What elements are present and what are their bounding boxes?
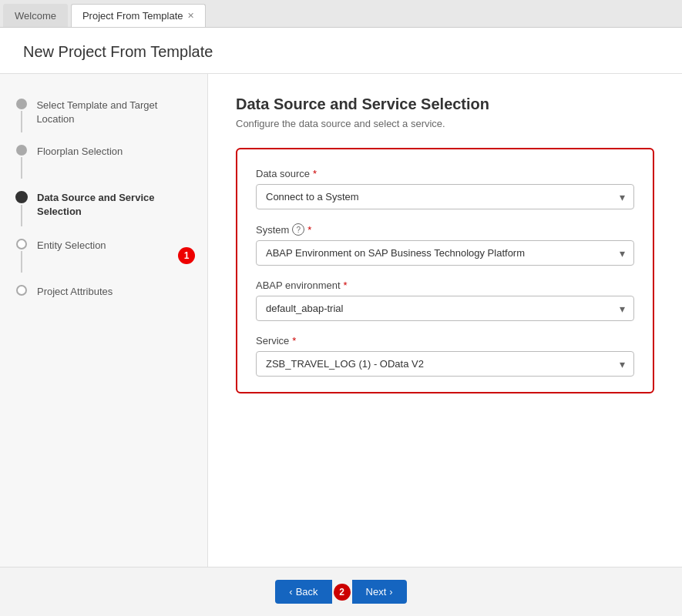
form-card: Data source * Connect to a System Upload… <box>236 148 654 393</box>
step-indicator-4 <box>15 239 28 273</box>
sidebar-item-entity[interactable]: Entity Selection 1 <box>0 233 207 279</box>
sidebar-item-floorplan[interactable]: Floorplan Selection <box>0 139 207 185</box>
system-group: System ? * ABAP Environment on SAP Busin… <box>256 223 634 266</box>
abap-env-label: ABAP environment * <box>256 280 634 291</box>
back-label: Back <box>296 586 318 598</box>
abap-env-group: ABAP environment * default_abap-trial de… <box>256 280 634 321</box>
step-indicator-3 <box>15 191 28 226</box>
tab-project-label: Project From Template <box>82 10 183 22</box>
step-indicator-5 <box>15 285 28 296</box>
page-title: New Project From Template <box>23 43 659 61</box>
system-help-icon[interactable]: ? <box>292 223 304 236</box>
data-source-select[interactable]: Connect to a System Upload a Service Key… <box>256 184 634 209</box>
step-circle-3 <box>15 191 28 203</box>
tab-welcome-label: Welcome <box>15 10 56 22</box>
step-circle-5 <box>16 285 27 296</box>
entity-badge: 1 <box>178 247 195 264</box>
content-area: Select Template and Target Location Floo… <box>0 74 682 567</box>
tab-welcome[interactable]: Welcome <box>3 4 68 27</box>
step-label-4: Entity Selection <box>37 239 106 253</box>
back-arrow-icon: ‹ <box>289 586 292 598</box>
right-panel: Data Source and Service Selection Config… <box>208 74 682 567</box>
footer: ‹ Back 2 Next › <box>0 567 682 616</box>
service-group: Service * ZSB_TRAVEL_LOG (1) - OData V2 … <box>256 335 634 377</box>
tab-project-from-template[interactable]: Project From Template ✕ <box>71 4 207 27</box>
system-select[interactable]: ABAP Environment on SAP Business Technol… <box>256 240 634 266</box>
required-star-1: * <box>313 168 317 179</box>
step-label-3: Data Source and Service Selection <box>37 191 192 219</box>
next-button[interactable]: Next › <box>352 580 407 604</box>
step-line-3 <box>21 205 22 226</box>
abap-env-select-wrapper: default_abap-trial dev_abap prod_abap <box>256 296 634 321</box>
data-source-label: Data source * <box>256 168 634 179</box>
page-title-bar: New Project From Template <box>0 28 682 74</box>
section-subtitle: Configure the data source and select a s… <box>236 118 654 129</box>
service-select-wrapper: ZSB_TRAVEL_LOG (1) - OData V2 ZSB_TRAVEL… <box>256 351 634 377</box>
step-circle-4 <box>16 239 27 249</box>
service-select[interactable]: ZSB_TRAVEL_LOG (1) - OData V2 ZSB_TRAVEL… <box>256 351 634 377</box>
footer-badge: 2 <box>334 584 351 601</box>
step-line-1 <box>21 111 22 132</box>
step-circle-1 <box>16 99 27 109</box>
required-star-2: * <box>307 224 311 236</box>
system-select-wrapper: ABAP Environment on SAP Business Technol… <box>256 240 634 266</box>
step-label-5: Project Attributes <box>37 285 113 299</box>
data-source-select-wrapper: Connect to a System Upload a Service Key… <box>256 184 634 209</box>
step-label-1: Select Template and Target Location <box>36 99 192 126</box>
main-wrapper: New Project From Template Select Templat… <box>0 28 682 616</box>
sidebar: Select Template and Target Location Floo… <box>0 74 208 567</box>
section-title: Data Source and Service Selection <box>236 95 654 113</box>
tab-bar: Welcome Project From Template ✕ <box>0 0 682 28</box>
sidebar-item-project-attrs[interactable]: Project Attributes <box>0 279 207 305</box>
next-arrow-icon: › <box>389 586 392 598</box>
system-label: System ? * <box>256 223 634 236</box>
back-button[interactable]: ‹ Back <box>275 580 331 604</box>
service-label: Service * <box>256 335 634 346</box>
step-circle-2 <box>16 145 27 156</box>
step-indicator-2 <box>15 145 28 179</box>
step-label-2: Floorplan Selection <box>37 145 123 159</box>
next-label: Next <box>366 586 387 598</box>
required-star-3: * <box>344 280 348 291</box>
sidebar-item-select-template[interactable]: Select Template and Target Location <box>0 92 207 139</box>
step-line-4 <box>21 251 22 273</box>
close-icon[interactable]: ✕ <box>187 11 194 21</box>
step-line-2 <box>21 157 22 179</box>
required-star-4: * <box>292 335 296 346</box>
abap-env-select[interactable]: default_abap-trial dev_abap prod_abap <box>256 296 634 321</box>
sidebar-item-data-source[interactable]: Data Source and Service Selection <box>0 185 207 233</box>
step-indicator-1 <box>15 99 27 132</box>
data-source-group: Data source * Connect to a System Upload… <box>256 168 634 209</box>
